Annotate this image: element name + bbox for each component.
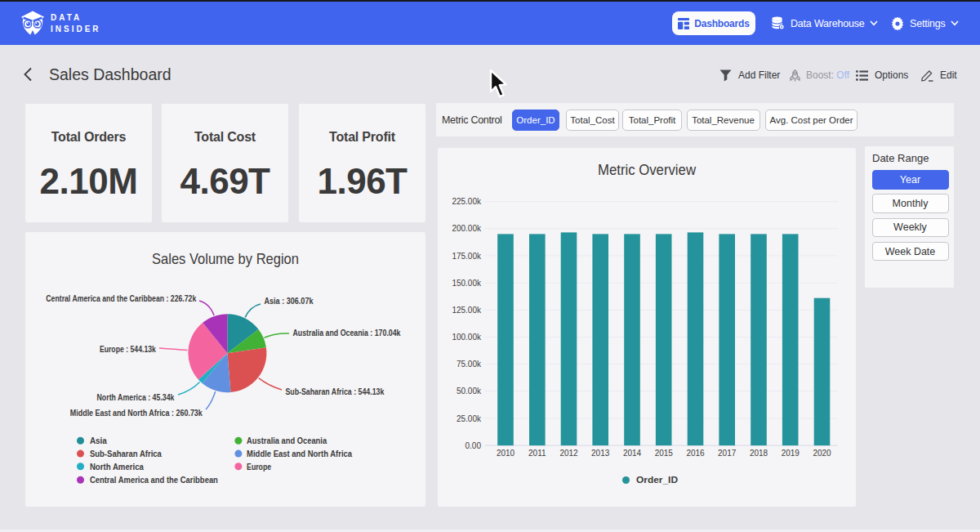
svg-text:Europe : 544.13k: Europe : 544.13k (100, 345, 156, 354)
svg-text:Central America and the Caribb: Central America and the Caribbean : 226.… (46, 294, 196, 303)
svg-text:150.00k: 150.00k (452, 279, 482, 288)
svg-text:Sub-Saharan Africa : 544.13k: Sub-Saharan Africa : 544.13k (285, 387, 384, 396)
svg-text:2015: 2015 (655, 449, 674, 458)
svg-text:2012: 2012 (559, 449, 578, 458)
svg-text:50.00k: 50.00k (457, 387, 482, 396)
svg-text:North America : 45.34k: North America : 45.34k (97, 393, 175, 402)
svg-text:Central America and the Caribb: Central America and the Caribbean (90, 476, 218, 485)
svg-text:2020: 2020 (813, 449, 831, 458)
svg-text:100.00k: 100.00k (452, 333, 482, 342)
svg-text:2018: 2018 (750, 449, 768, 458)
svg-text:175.00k: 175.00k (452, 252, 482, 261)
svg-text:2014: 2014 (623, 449, 642, 458)
svg-text:Sub-Saharan Africa: Sub-Saharan Africa (90, 449, 162, 458)
svg-text:75.00k: 75.00k (457, 360, 482, 369)
svg-text:225.00k: 225.00k (452, 197, 482, 206)
svg-text:2017: 2017 (718, 449, 737, 458)
svg-text:2019: 2019 (782, 449, 800, 458)
svg-text:Asia: Asia (90, 436, 107, 445)
svg-text:Asia : 306.07k: Asia : 306.07k (265, 297, 314, 306)
svg-text:Order_ID: Order_ID (636, 476, 678, 485)
svg-text:Middle East and North Africa: Middle East and North Africa (247, 449, 352, 458)
svg-text:North America: North America (90, 463, 144, 472)
svg-text:Middle East and North Africa :: Middle East and North Africa : 260.73k (70, 409, 203, 418)
svg-text:2016: 2016 (686, 449, 705, 458)
svg-text:200.00k: 200.00k (452, 224, 482, 233)
svg-text:2013: 2013 (591, 449, 610, 458)
svg-text:Australia and Oceania : 170.04: Australia and Oceania : 170.04k (293, 329, 401, 338)
svg-text:25.00k: 25.00k (457, 414, 482, 423)
svg-text:2011: 2011 (528, 449, 546, 458)
svg-text:Sales Volume by Region: Sales Volume by Region (152, 250, 299, 267)
svg-text:125.00k: 125.00k (452, 306, 482, 315)
svg-text:0.00: 0.00 (466, 441, 482, 450)
svg-text:Metric Overview: Metric Overview (598, 162, 696, 178)
svg-text:Australia and Oceania: Australia and Oceania (247, 436, 327, 445)
svg-text:2010: 2010 (497, 449, 515, 458)
svg-text:Europe: Europe (247, 463, 271, 472)
